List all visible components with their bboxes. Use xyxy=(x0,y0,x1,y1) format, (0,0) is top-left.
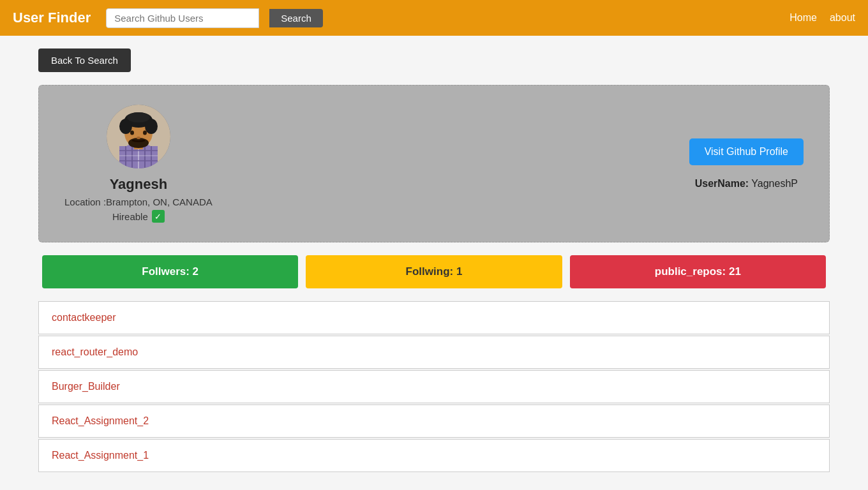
nav-home-link[interactable]: Home xyxy=(789,12,817,24)
repo-item[interactable]: contactkeeper xyxy=(38,301,830,334)
svg-point-20 xyxy=(137,137,140,139)
username-label: UserName: xyxy=(695,178,749,189)
search-button[interactable]: Search xyxy=(269,9,323,27)
svg-point-17 xyxy=(128,138,149,148)
stats-row: Follwers: 2 Follwing: 1 public_repos: 21 xyxy=(38,255,830,288)
search-input[interactable] xyxy=(106,8,259,28)
repo-item[interactable]: react_router_demo xyxy=(38,336,830,369)
navbar: User Finder Search Home about xyxy=(0,0,868,36)
profile-location: Location :Brampton, ON, CANADA xyxy=(64,197,213,207)
hireable-label: Hireable xyxy=(112,211,148,222)
svg-point-15 xyxy=(145,119,158,134)
repo-item[interactable]: React_Assignment_2 xyxy=(38,405,830,438)
svg-point-19 xyxy=(143,131,147,135)
public-repos-stat: public_repos: 21 xyxy=(570,255,826,288)
nav-links: Home about xyxy=(789,12,855,24)
username-value: YagneshP xyxy=(751,178,798,189)
repo-list: contactkeeperreact_router_demoBurger_Bui… xyxy=(38,301,830,473)
navbar-brand: User Finder xyxy=(13,10,91,26)
main-content: Back To Search xyxy=(0,36,868,486)
svg-point-16 xyxy=(127,112,150,122)
avatar xyxy=(107,105,170,168)
repo-item[interactable]: Burger_Builder xyxy=(38,370,830,403)
profile-right: Visit Github Profile UserName: YagneshP xyxy=(689,138,804,189)
profile-left: Yagnesh Location :Brampton, ON, CANADA H… xyxy=(64,105,213,223)
svg-point-14 xyxy=(119,119,132,134)
nav-about-link[interactable]: about xyxy=(830,12,855,24)
hireable-check-icon: ✓ xyxy=(152,210,165,223)
followers-stat: Follwers: 2 xyxy=(42,255,298,288)
profile-card: Yagnesh Location :Brampton, ON, CANADA H… xyxy=(38,85,830,242)
svg-point-18 xyxy=(130,131,134,135)
profile-name: Yagnesh xyxy=(110,176,167,193)
back-to-search-button[interactable]: Back To Search xyxy=(38,48,131,72)
repo-item[interactable]: React_Assignment_1 xyxy=(38,439,830,472)
visit-github-profile-button[interactable]: Visit Github Profile xyxy=(689,138,804,165)
following-stat: Follwing: 1 xyxy=(306,255,562,288)
profile-hireable: Hireable ✓ xyxy=(112,210,165,223)
username-line: UserName: YagneshP xyxy=(695,178,798,189)
